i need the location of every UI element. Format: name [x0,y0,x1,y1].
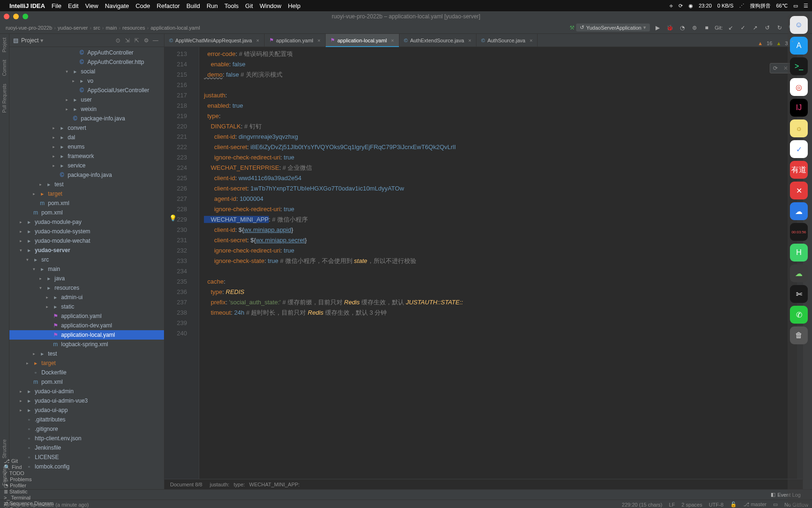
stop-icon[interactable]: ■ [703,24,711,32]
dock-app[interactable]: ✄ [790,285,808,303]
tree-row[interactable]: ▸ ▸ convert [9,123,164,133]
tree-row[interactable]: ▸ ▸ yudao-module-system [9,227,164,236]
status-ime[interactable]: 搜狗拼音 [750,2,771,9]
tree-row[interactable]: ▸ ▸ yudao-ui-admin-vue3 [9,396,164,405]
tree-row[interactable]: ▸ ▸ target [9,189,164,198]
tree-row[interactable]: ▾ ▸ main [9,264,164,274]
expand-all-icon[interactable]: ⇲ [123,37,132,44]
tree-row[interactable]: © package-info.java [9,114,164,123]
build-hammer-icon[interactable]: ⚒ [568,24,576,32]
dock-app[interactable]: 00:03:56 [790,223,808,241]
tree-row[interactable]: ▸ ▸ yudao-ui-app [9,405,164,415]
editor-crumb[interactable]: type: [234,482,245,487]
app-name[interactable]: IntelliJ IDEA [9,2,45,9]
vcs-update-icon[interactable]: ↙ [726,24,735,32]
editor-breadcrumb[interactable]: Document 8/8 justauth: type: WECHAT_MINI… [164,479,803,489]
project-tool-button[interactable]: Project [2,38,7,52]
dock-app[interactable]: 🗑 [790,326,808,344]
coverage-icon[interactable]: ◔ [678,24,687,32]
inspections-indicator[interactable]: ▲16 ▲3 ˆˇ [758,40,799,46]
menu-navigate[interactable]: Navigate [105,2,129,9]
tool-button-profiler[interactable]: ◔ Profiler [4,483,54,489]
dock-app[interactable]: 有道 [790,161,808,179]
debug-icon[interactable]: 🐞 [666,24,674,32]
tool-button-find[interactable]: 🔍 Find [4,464,54,470]
status-sync-icon[interactable]: ⟳ [679,3,683,9]
tree-row[interactable]: ▸ ▸ java [9,274,164,283]
dock-app[interactable]: ✕ [790,182,808,199]
editor-crumb[interactable]: WECHAT_MINI_APP: [249,482,299,487]
editor-tab[interactable]: ©AuthSource.java× [476,34,538,47]
menu-run[interactable]: Run [207,2,218,9]
menu-view[interactable]: View [85,2,98,9]
tree-row[interactable]: ▸ ▸ yudao-ui-admin [9,387,164,396]
tree-row[interactable]: © AppAuthController [9,48,164,57]
encoding[interactable]: UTF-8 [709,502,723,508]
menu-refactor[interactable]: Refactor [157,2,180,9]
tool-button-todo[interactable]: ✓ TODO [4,470,54,476]
menu-edit[interactable]: Edit [68,2,78,9]
tree-row[interactable]: ▸ ▸ yudao-module-wechat [9,236,164,246]
status-controlcenter-icon[interactable]: ☰ [804,3,808,9]
menu-build[interactable]: Build [187,2,200,9]
tree-row[interactable]: ▸ ▸ enums [9,142,164,151]
tree-row[interactable]: ▫ Jenkinsfile [9,443,164,452]
dock-app[interactable]: ☁ [790,202,808,220]
caret-position[interactable]: 229:20 (15 chars) [622,502,662,508]
settings-gear-icon[interactable]: ⚙ [141,37,151,44]
structure-tool-button[interactable]: Structure [2,439,7,459]
tree-row[interactable]: ▸ ▸ framework [9,151,164,161]
line-separator[interactable]: LF [669,502,675,508]
dock-app[interactable]: H [790,244,808,262]
dock-app[interactable]: ◎ [790,78,808,96]
vcs-rollback-icon[interactable]: ↻ [775,24,784,32]
menu-code[interactable]: Code [135,2,150,9]
status-camera-icon[interactable]: ⎆ [670,3,673,8]
close-tab-icon[interactable]: × [391,38,394,43]
tree-row[interactable]: ▾ ▸ src [9,255,164,264]
menu-git[interactable]: Git [245,2,253,9]
dock-app[interactable]: ✓ [790,140,808,158]
status-time[interactable]: 23:20 [699,3,712,8]
vcs-history-icon[interactable]: ↺ [763,24,772,32]
indent[interactable]: 2 spaces [681,502,702,508]
tree-row[interactable]: ▸ ▸ dal [9,133,164,142]
close-tab-icon[interactable]: × [317,38,320,43]
tool-button-terminal[interactable]: >_ Terminal [4,495,54,500]
editor-crumb[interactable]: justauth: [210,482,229,487]
tree-row[interactable]: © package-info.java [9,170,164,180]
tree-row[interactable]: ▫ http-client.env.json [9,434,164,443]
menu-help[interactable]: Help [288,2,301,9]
menu-window[interactable]: Window [259,2,281,9]
editor-tab[interactable]: ⚑application-local.yaml× [326,34,399,47]
tool-button-statistic[interactable]: ≣ Statistic [4,489,54,495]
tree-row[interactable]: m logback-spring.xml [9,340,164,349]
tree-row[interactable]: ▸ ▸ target [9,358,164,368]
readonly-lock-icon[interactable]: 🔓 [730,501,737,508]
status-battery-icon[interactable]: ▭ [793,3,798,9]
close-tab-icon[interactable]: × [530,38,532,43]
tree-row[interactable]: ▸ ▸ vo [9,76,164,86]
close-tab-icon[interactable]: × [468,38,471,43]
tree-row[interactable]: ▸ ▸ weixin [9,104,164,114]
dock-app[interactable]: IJ [790,99,808,117]
tree-row[interactable]: ▸ ▸ test [9,180,164,189]
dock-app[interactable]: ☁ [790,264,808,282]
crumb[interactable]: yudao-server [56,25,90,31]
menu-tools[interactable]: Tools [224,2,238,9]
tree-row[interactable]: ▫ .gitattributes [9,415,164,424]
editor-tab[interactable]: ©AppWeChatMiniAppRequest.java× [164,34,265,47]
tool-button-git[interactable]: ⎇ Git [4,458,54,464]
dock-app[interactable]: ☺ [790,16,808,34]
tree-row[interactable]: ▸ ▸ admin-ui [9,293,164,302]
tree-row[interactable]: ⚑ application.yaml [9,311,164,321]
window-maximize-button[interactable] [23,14,28,19]
tree-row[interactable]: © AppSocialUserController [9,86,164,95]
menu-file[interactable]: File [52,2,62,9]
crumb[interactable]: main [104,25,119,31]
dock-app[interactable]: ✆ [790,306,808,324]
vcs-push-icon[interactable]: ↗ [751,24,759,32]
crumb[interactable]: ruoyi-vue-pro-2022b [4,25,54,31]
tree-row[interactable]: ▫ .gitignore [9,424,164,434]
status-wifi-icon[interactable]: ⋰ [739,3,744,9]
